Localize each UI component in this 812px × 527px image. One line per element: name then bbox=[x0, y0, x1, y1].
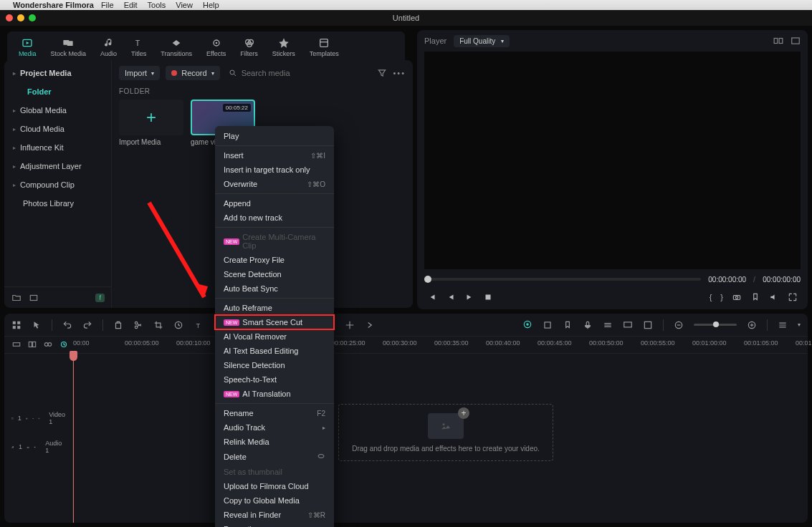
context-menu-item[interactable]: Overwrite⇧⌘O bbox=[215, 177, 334, 191]
menu-help[interactable]: Help bbox=[203, 1, 219, 9]
ruler-icon-2[interactable] bbox=[27, 339, 37, 349]
minimize-window-button[interactable] bbox=[17, 14, 24, 21]
cursor-icon[interactable] bbox=[32, 320, 42, 330]
context-menu-item[interactable]: Delete bbox=[215, 449, 334, 465]
tab-stickers[interactable]: Stickers bbox=[268, 36, 300, 59]
more-tools-icon[interactable] bbox=[365, 320, 375, 330]
screen-icon[interactable] bbox=[623, 320, 633, 330]
record-dropdown[interactable]: Record▾ bbox=[166, 66, 219, 80]
context-menu-item[interactable]: AI Vocal Remover bbox=[215, 329, 334, 344]
audio-track-header[interactable]: 1 Audio 1 bbox=[4, 432, 72, 461]
sidebar-item-influence-kit[interactable]: ▸Influence Kit bbox=[7, 139, 108, 156]
crop-icon[interactable] bbox=[153, 320, 163, 330]
context-menu-item[interactable]: NEWAI Translation bbox=[215, 387, 334, 401]
marker-icon[interactable] bbox=[750, 292, 760, 302]
mute-icon[interactable] bbox=[34, 443, 37, 451]
fullscreen-icon[interactable] bbox=[788, 292, 798, 302]
sidebar-item-compound-clip[interactable]: ▸Compound Clip bbox=[7, 176, 108, 193]
context-menu-item[interactable]: Scene Detection bbox=[215, 267, 334, 281]
sidebar-item-photos-library[interactable]: Photos Library bbox=[7, 195, 108, 212]
new-bin-icon[interactable] bbox=[29, 293, 39, 303]
tab-audio[interactable]: Audio bbox=[96, 36, 121, 59]
video-track-header[interactable]: 1 Video 1 bbox=[4, 404, 72, 432]
bracket-out-icon[interactable]: } bbox=[720, 293, 723, 301]
import-media-tile[interactable]: + Import Media bbox=[119, 100, 183, 146]
menu-edit[interactable]: Edit bbox=[124, 1, 138, 9]
ruler-icon-3[interactable] bbox=[43, 339, 53, 349]
stop-icon[interactable] bbox=[483, 292, 493, 302]
undo-icon[interactable] bbox=[62, 320, 72, 330]
menu-file[interactable]: File bbox=[101, 1, 114, 9]
tab-templates[interactable]: Templates bbox=[305, 36, 343, 59]
render-icon[interactable] bbox=[543, 320, 553, 330]
sidebar-item-project-media[interactable]: ▸Project Media bbox=[7, 64, 108, 82]
sidebar-item-adjustment-layer[interactable]: ▸Adjustment Layer bbox=[7, 158, 108, 175]
zoom-slider[interactable] bbox=[694, 324, 737, 326]
list-icon[interactable] bbox=[778, 320, 788, 330]
chroma-icon[interactable] bbox=[345, 320, 355, 330]
import-dropdown[interactable]: Import▾ bbox=[119, 66, 160, 80]
timeline-ruler[interactable]: 00:0000:00:05:0000:00:10:0000:00:15:0000… bbox=[4, 337, 808, 354]
context-menu-item[interactable]: Insert in target track only bbox=[215, 163, 334, 177]
expand-view-icon[interactable] bbox=[790, 36, 801, 46]
redo-icon[interactable] bbox=[82, 320, 92, 330]
tab-transitions[interactable]: Transitions bbox=[156, 36, 196, 59]
volume-icon[interactable] bbox=[769, 292, 779, 302]
eye-icon[interactable] bbox=[38, 415, 40, 422]
filter-badge[interactable]: f bbox=[95, 294, 105, 302]
camera-icon[interactable] bbox=[732, 292, 742, 302]
ruler-icon-4[interactable] bbox=[59, 339, 69, 349]
playhead[interactable] bbox=[73, 354, 74, 523]
more-icon[interactable]: ••• bbox=[393, 69, 406, 77]
bracket-in-icon[interactable]: { bbox=[710, 293, 712, 301]
menu-tools[interactable]: Tools bbox=[148, 1, 166, 9]
menu-view[interactable]: View bbox=[176, 1, 193, 9]
player-progress[interactable] bbox=[424, 278, 701, 281]
context-menu-item[interactable]: Copy to Global Media bbox=[215, 493, 334, 508]
filter-icon[interactable] bbox=[377, 68, 387, 78]
lock-icon[interactable] bbox=[26, 415, 28, 422]
player-viewport[interactable] bbox=[424, 52, 801, 269]
tab-stock-media[interactable]: Stock Media bbox=[47, 36, 91, 59]
zoom-out-icon[interactable] bbox=[674, 320, 684, 330]
context-menu-item[interactable]: Upload to Filmora Cloud bbox=[215, 479, 334, 493]
speed-icon[interactable] bbox=[173, 320, 183, 330]
context-menu-item[interactable]: Auto Reframe bbox=[215, 301, 334, 315]
lock-icon[interactable] bbox=[27, 443, 29, 451]
context-menu-item[interactable]: Add to new track bbox=[215, 211, 334, 225]
mute-icon[interactable] bbox=[32, 415, 34, 422]
timeline-drop-zone[interactable]: + Drag and drop media and effects here t… bbox=[338, 404, 553, 461]
context-menu-item[interactable]: Speech-to-Text bbox=[215, 372, 334, 387]
context-menu-item[interactable]: Silence Detection bbox=[215, 358, 334, 372]
mic-icon[interactable] bbox=[583, 320, 593, 330]
context-menu-item[interactable]: Append bbox=[215, 196, 334, 211]
sidebar-item-cloud-media[interactable]: ▸Cloud Media bbox=[7, 120, 108, 137]
context-menu-item[interactable]: Auto Beat Sync bbox=[215, 281, 334, 296]
context-menu-item[interactable]: Insert⇧⌘I bbox=[215, 148, 334, 163]
tab-titles[interactable]: T Titles bbox=[127, 36, 151, 59]
tab-media[interactable]: Media bbox=[14, 36, 41, 59]
close-window-button[interactable] bbox=[6, 14, 13, 21]
quality-dropdown[interactable]: Full Quality▾ bbox=[454, 35, 510, 47]
ruler-icon-1[interactable] bbox=[11, 339, 22, 349]
context-menu-item[interactable]: RenameF2 bbox=[215, 406, 334, 420]
sidebar-item-folder[interactable]: Folder bbox=[7, 83, 108, 100]
new-folder-icon[interactable] bbox=[11, 293, 22, 303]
split-icon[interactable] bbox=[133, 320, 143, 330]
sidebar-item-global-media[interactable]: ▸Global Media bbox=[7, 102, 108, 119]
context-menu-item[interactable]: NEWSmart Scene Cut bbox=[215, 315, 334, 329]
context-menu-item[interactable]: AI Text Based Editing bbox=[215, 344, 334, 358]
mixer-icon[interactable] bbox=[522, 319, 532, 329]
app-name[interactable]: Wondershare Filmora bbox=[13, 1, 94, 9]
text-icon[interactable]: T bbox=[194, 320, 204, 330]
context-menu-item[interactable]: Play bbox=[215, 129, 334, 143]
track-height-icon[interactable] bbox=[603, 320, 613, 330]
layout-icon[interactable] bbox=[11, 320, 22, 330]
context-menu-item[interactable]: Audio Track▸ bbox=[215, 420, 334, 435]
play-back-icon[interactable] bbox=[446, 292, 456, 302]
context-menu-item[interactable]: Properties bbox=[215, 522, 334, 527]
prev-frame-icon[interactable] bbox=[427, 292, 437, 302]
context-menu-item[interactable]: Reveal in Finder⇧⌘R bbox=[215, 508, 334, 522]
snap-icon[interactable] bbox=[643, 320, 653, 330]
tab-filters[interactable]: Filters bbox=[236, 36, 262, 59]
